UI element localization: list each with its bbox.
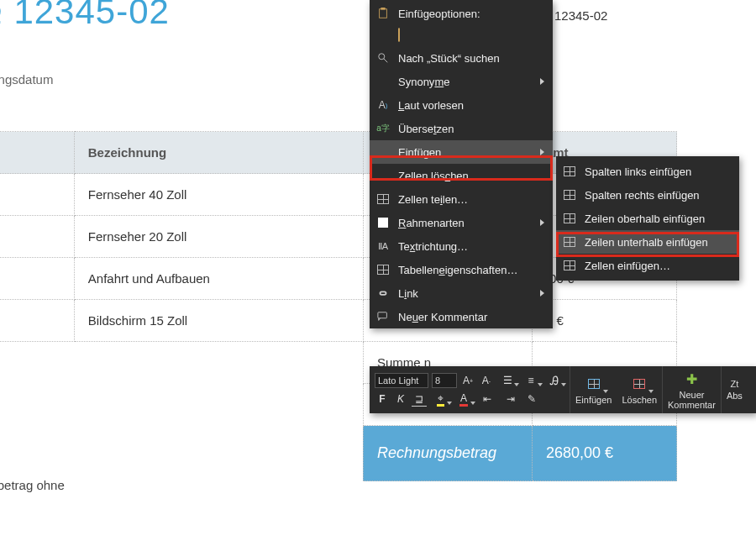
- submenu-cols-right[interactable]: Spalten rechts einfügen: [556, 183, 739, 207]
- svg-point-2: [379, 54, 385, 60]
- subline-text: cht dem Leistungsdatum: [0, 72, 53, 87]
- outdent-button[interactable]: ⇤: [477, 391, 497, 407]
- paste-option-keep-source[interactable]: [370, 25, 553, 46]
- insert-col-left-icon: [561, 165, 578, 178]
- comment-icon: [375, 310, 391, 323]
- italic-button[interactable]: K: [393, 391, 408, 407]
- font-selector[interactable]: [375, 373, 428, 388]
- paste-clipboard-icon: [398, 28, 400, 42]
- col-pos[interactable]: [0, 132, 74, 174]
- insert-cells-icon: [561, 259, 578, 272]
- chevron-right-icon: [540, 290, 544, 297]
- translate-icon: a字: [375, 122, 391, 135]
- reference-number: 12345-02: [554, 8, 607, 23]
- menu-synonyms[interactable]: Synonyme: [370, 70, 553, 93]
- font-group: A+ A- ☰ ≡ Ꭿ F K ⊒ ⌖ A ⇤ ⇥ ✎: [370, 366, 570, 413]
- chevron-right-icon: [540, 78, 544, 85]
- insert-table-icon: [585, 375, 603, 393]
- font-size-selector[interactable]: [432, 373, 457, 388]
- chevron-right-icon: [540, 149, 544, 155]
- speaker-icon: A): [375, 98, 391, 112]
- menu-split-cells[interactable]: Zellen teilen…: [370, 187, 553, 211]
- menu-link[interactable]: Link: [370, 281, 553, 305]
- insert-submenu[interactable]: Spalten links einfügen Spalten rechts ei…: [556, 156, 739, 281]
- payment-terms: t fällig. en Rechnungsbetrag ohne kkonto…: [0, 455, 65, 516]
- search-icon: [375, 51, 391, 65]
- toolbar-new-comment-button[interactable]: ✚ Neuer Kommentar: [662, 366, 721, 413]
- comment-plus-icon: ✚: [682, 370, 701, 388]
- menu-new-comment[interactable]: Neuer Kommentar: [370, 305, 553, 328]
- submenu-cols-left[interactable]: Spalten links einfügen: [556, 160, 739, 183]
- document-title: NG № 12345-02: [0, 0, 170, 32]
- bold-button[interactable]: F: [375, 391, 390, 407]
- clipboard-icon: [375, 7, 391, 20]
- toolbar-section-button[interactable]: Zt Abs: [721, 366, 748, 413]
- styles-button[interactable]: Ꭿ: [544, 373, 564, 388]
- svg-rect-0: [380, 9, 387, 18]
- submenu-cells[interactable]: Zellen einfügen…: [556, 254, 739, 277]
- chevron-right-icon: [540, 219, 544, 226]
- invoice-number: № 12345-02: [0, 0, 170, 31]
- table-properties-icon: [375, 263, 391, 276]
- numbering-button[interactable]: ≡: [521, 373, 541, 388]
- indent-button[interactable]: ⇥: [501, 391, 521, 407]
- shrink-font-button[interactable]: A-: [479, 373, 494, 388]
- format-painter-button[interactable]: ✎: [524, 391, 539, 407]
- submenu-rows-above[interactable]: Zeilen oberhalb einfügen: [556, 207, 739, 230]
- menu-paste-options[interactable]: Einfügeoptionen:: [370, 2, 553, 25]
- grow-font-button[interactable]: A+: [460, 373, 475, 388]
- highlight-button[interactable]: ⌖: [430, 391, 450, 407]
- font-color-button[interactable]: A: [454, 391, 474, 407]
- menu-insert[interactable]: Einfügen: [370, 140, 553, 164]
- bullets-button[interactable]: ☰: [497, 373, 517, 388]
- menu-text-direction[interactable]: ⅡA Textrichtung…: [370, 234, 553, 258]
- menu-translate[interactable]: a字 Übersetzen: [370, 117, 553, 140]
- toolbar-insert-button[interactable]: Einfügen: [570, 366, 617, 413]
- border-icon: [375, 216, 391, 229]
- insert-row-above-icon: [561, 212, 578, 225]
- mini-toolbar[interactable]: A+ A- ☰ ≡ Ꭿ F K ⊒ ⌖ A ⇤ ⇥ ✎ Einfügen Lös…: [370, 366, 756, 413]
- menu-table-properties[interactable]: Tabelleneigenschaften…: [370, 258, 553, 281]
- text-direction-icon: ⅡA: [375, 239, 391, 253]
- context-menu[interactable]: Einfügeoptionen: Nach „Stück“ suchen Syn…: [370, 0, 553, 328]
- svg-line-3: [384, 59, 387, 62]
- col-description[interactable]: Bezeichnung: [74, 132, 363, 174]
- underline-button[interactable]: ⊒: [412, 391, 427, 407]
- toolbar-delete-button[interactable]: Löschen: [617, 366, 662, 413]
- split-cells-icon: [375, 192, 391, 206]
- submenu-rows-below[interactable]: Zeilen unterhalb einfügen: [556, 230, 739, 254]
- menu-delete-cells[interactable]: Zellen löschen…: [370, 164, 553, 187]
- menu-search[interactable]: Nach „Stück“ suchen: [370, 46, 553, 70]
- delete-table-icon: [630, 375, 648, 393]
- menu-border-styles[interactable]: Rahmenarten: [370, 211, 553, 234]
- total-row[interactable]: Rechnungsbetrag2680,00 €: [0, 426, 677, 481]
- insert-row-below-icon: [561, 235, 578, 249]
- insert-col-right-icon: [561, 188, 578, 202]
- svg-rect-1: [381, 8, 385, 10]
- link-icon: [375, 286, 391, 300]
- svg-rect-4: [378, 312, 387, 318]
- table-row[interactable]: Bildschirm 15 Zoll1 Stück0 €: [0, 300, 677, 342]
- menu-read-aloud[interactable]: A) Laut vorlesen: [370, 93, 553, 117]
